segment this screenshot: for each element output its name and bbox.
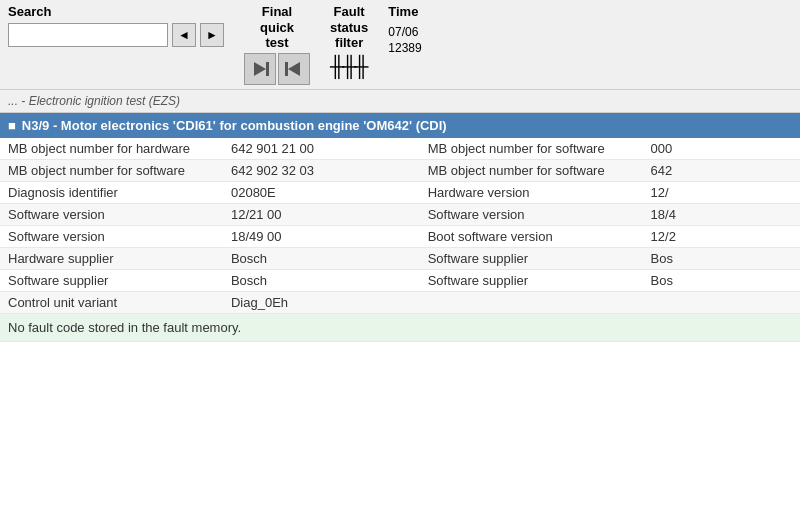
section-title: N3/9 - Motor electronics 'CDI61' for com… — [22, 118, 447, 133]
row-label2: Software supplier — [420, 247, 643, 269]
table-row: Software version18/49 00Boot software ve… — [0, 225, 800, 247]
row-value2 — [643, 291, 800, 313]
row-value2: 000 — [643, 138, 800, 160]
table-row: Hardware supplierBoschSoftware supplierB… — [0, 247, 800, 269]
fault-status-section: Faultstatusfilter ╫╫╫ — [330, 4, 368, 78]
row-label1: MB object number for software — [0, 159, 223, 181]
main-section-header: ■ N3/9 - Motor electronics 'CDI61' for c… — [0, 113, 800, 138]
table-row: MB object number for software642 902 32 … — [0, 159, 800, 181]
fault-status-filter-label: Faultstatusfilter — [330, 4, 368, 51]
search-area: ◄ ► — [8, 23, 224, 47]
row-value1: Diag_0Eh — [223, 291, 420, 313]
row-label1: Diagnosis identifier — [0, 181, 223, 203]
row-value1: 642 901 21 00 — [223, 138, 420, 160]
row-label2: Boot software version — [420, 225, 643, 247]
row-value2: Bos — [643, 269, 800, 291]
data-table: MB object number for hardware642 901 21 … — [0, 138, 800, 314]
prev-section-text: ... - Electronic ignition test (EZS) — [8, 94, 180, 108]
search-section: Search ◄ ► — [8, 4, 224, 47]
svg-rect-3 — [285, 62, 288, 76]
row-value1: Bosch — [223, 247, 420, 269]
svg-marker-0 — [254, 62, 266, 76]
row-value1: 642 902 32 03 — [223, 159, 420, 181]
row-value1: 12/21 00 — [223, 203, 420, 225]
row-label2: MB object number for software — [420, 138, 643, 160]
quick-test-forward-button[interactable] — [244, 53, 276, 85]
row-value1: 18/49 00 — [223, 225, 420, 247]
nav-next-button[interactable]: ► — [200, 23, 224, 47]
row-label1: Software version — [0, 225, 223, 247]
row-label1: Software supplier — [0, 269, 223, 291]
table-row: Software supplierBoschSoftware supplierB… — [0, 269, 800, 291]
nav-prev-button[interactable]: ◄ — [172, 23, 196, 47]
time-value1: 07/06 — [388, 25, 421, 39]
row-label1: MB object number for hardware — [0, 138, 223, 160]
row-label1: Software version — [0, 203, 223, 225]
row-label2 — [420, 291, 643, 313]
row-label2: Software version — [420, 203, 643, 225]
row-value1: 02080E — [223, 181, 420, 203]
row-value2: 642 — [643, 159, 800, 181]
no-fault-row: No fault code stored in the fault memory… — [0, 314, 800, 342]
quick-test-buttons — [244, 53, 310, 85]
prev-section-header: ... - Electronic ignition test (EZS) — [0, 90, 800, 113]
table-row: MB object number for hardware642 901 21 … — [0, 138, 800, 160]
final-quick-test-label: Finalquicktest — [244, 4, 310, 51]
row-label2: MB object number for software — [420, 159, 643, 181]
search-input[interactable] — [8, 23, 168, 47]
row-value2: 12/2 — [643, 225, 800, 247]
no-fault-text: No fault code stored in the fault memory… — [0, 314, 800, 342]
row-label1: Control unit variant — [0, 291, 223, 313]
fault-status-icon: ╫╫╫ — [330, 55, 368, 78]
no-fault-table: No fault code stored in the fault memory… — [0, 314, 800, 342]
toolbar: Search ◄ ► Finalquicktest — [0, 0, 800, 90]
row-label2: Software supplier — [420, 269, 643, 291]
section-icon: ■ — [8, 118, 16, 133]
svg-rect-1 — [266, 62, 269, 76]
forward-icon — [250, 59, 270, 79]
table-row: Software version12/21 00Software version… — [0, 203, 800, 225]
table-row: Diagnosis identifier02080EHardware versi… — [0, 181, 800, 203]
row-value2: 12/ — [643, 181, 800, 203]
row-value2: 18/4 — [643, 203, 800, 225]
final-quick-test-section: Finalquicktest — [244, 4, 310, 85]
time-section: Time 07/06 12389 — [388, 4, 421, 55]
time-value2: 12389 — [388, 41, 421, 55]
svg-marker-2 — [288, 62, 300, 76]
quick-test-back-button[interactable] — [278, 53, 310, 85]
row-label1: Hardware supplier — [0, 247, 223, 269]
back-icon — [284, 59, 304, 79]
search-label: Search — [8, 4, 224, 19]
row-value2: Bos — [643, 247, 800, 269]
table-row: Control unit variantDiag_0Eh — [0, 291, 800, 313]
time-label: Time — [388, 4, 421, 19]
row-value1: Bosch — [223, 269, 420, 291]
row-label2: Hardware version — [420, 181, 643, 203]
